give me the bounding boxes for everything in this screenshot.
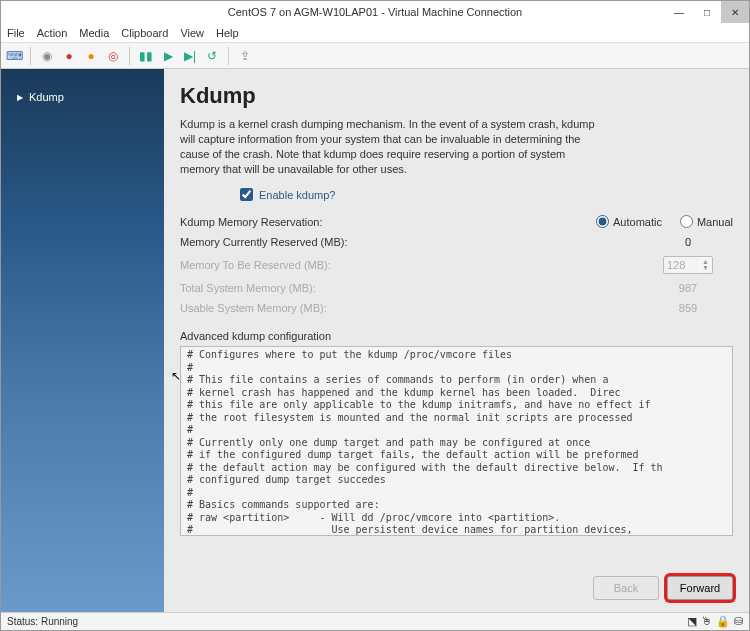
toolbar: ⌨ ◉ ● ● ◎ ▮▮ ▶ ▶| ↺ ⇪ bbox=[1, 43, 749, 69]
reset-icon[interactable]: ▶ bbox=[159, 47, 177, 65]
advanced-config-textarea[interactable]: # Configures where to put the kdump /pro… bbox=[180, 346, 733, 536]
share-icon[interactable]: ⇪ bbox=[236, 47, 254, 65]
lock-tray-icon[interactable]: 🔒 bbox=[716, 615, 730, 628]
sidebar-item-label: Kdump bbox=[29, 91, 64, 103]
mem-current-label: Memory Currently Reserved (MB): bbox=[180, 236, 643, 248]
mem-reservation-label: Kdump Memory Reservation: bbox=[180, 216, 596, 228]
pause-icon[interactable]: ▮▮ bbox=[137, 47, 155, 65]
mem-toreserve-label: Memory To Be Reserved (MB): bbox=[180, 259, 643, 271]
menu-file[interactable]: File bbox=[7, 27, 25, 39]
checkpoint-icon[interactable]: ▶| bbox=[181, 47, 199, 65]
sidebar-item-kdump[interactable]: ▶ Kdump bbox=[1, 87, 164, 107]
status-text: Status: Running bbox=[7, 616, 78, 627]
enable-kdump-label: Enable kdump? bbox=[259, 189, 335, 201]
enable-kdump-input[interactable] bbox=[240, 188, 253, 201]
mem-toreserve-spinner[interactable]: 128 ▲▼ bbox=[663, 256, 713, 274]
minimize-button[interactable]: — bbox=[665, 1, 693, 23]
statusbar: Status: Running ⬔ 🖰 🔒 ⛁ bbox=[1, 612, 749, 630]
page-title: Kdump bbox=[180, 83, 733, 109]
window-titlebar: CentOS 7 on AGM-W10LAP01 - Virtual Machi… bbox=[1, 1, 749, 23]
menu-action[interactable]: Action bbox=[37, 27, 68, 39]
page-description: Kdump is a kernel crash dumping mechanis… bbox=[180, 117, 600, 176]
forward-button[interactable]: Forward bbox=[667, 576, 733, 600]
revert-icon[interactable]: ↺ bbox=[203, 47, 221, 65]
menu-view[interactable]: View bbox=[180, 27, 204, 39]
mem-toreserve-value: 128 bbox=[667, 259, 685, 271]
total-mem-value: 987 bbox=[643, 282, 733, 294]
enable-kdump-checkbox[interactable]: Enable kdump? bbox=[240, 188, 733, 201]
menu-help[interactable]: Help bbox=[216, 27, 239, 39]
speaker-tray-icon[interactable]: 🖰 bbox=[701, 615, 712, 628]
power-shutdown-icon[interactable]: ● bbox=[82, 47, 100, 65]
usable-mem-value: 859 bbox=[643, 302, 733, 314]
window-title: CentOS 7 on AGM-W10LAP01 - Virtual Machi… bbox=[228, 6, 523, 18]
mem-current-value: 0 bbox=[643, 236, 733, 248]
radio-automatic[interactable]: Automatic bbox=[596, 215, 662, 228]
disk-tray-icon[interactable]: ⛁ bbox=[734, 615, 743, 628]
usable-mem-label: Usable System Memory (MB): bbox=[180, 302, 643, 314]
radio-manual[interactable]: Manual bbox=[680, 215, 733, 228]
menubar: File Action Media Clipboard View Help bbox=[1, 23, 749, 43]
maximize-button[interactable]: □ bbox=[693, 1, 721, 23]
total-mem-label: Total System Memory (MB): bbox=[180, 282, 643, 294]
menu-media[interactable]: Media bbox=[79, 27, 109, 39]
main-panel: Kdump Kdump is a kernel crash dumping me… bbox=[164, 69, 749, 612]
spinner-arrows-icon[interactable]: ▲▼ bbox=[702, 259, 709, 271]
power-start-icon[interactable]: ◉ bbox=[38, 47, 56, 65]
network-tray-icon[interactable]: ⬔ bbox=[687, 615, 697, 628]
advanced-config-label: Advanced kdump configuration bbox=[180, 330, 733, 342]
menu-clipboard[interactable]: Clipboard bbox=[121, 27, 168, 39]
close-button[interactable]: ✕ bbox=[721, 1, 749, 23]
power-turnoff-icon[interactable]: ● bbox=[60, 47, 78, 65]
chevron-right-icon: ▶ bbox=[17, 93, 23, 102]
ctrl-alt-del-icon[interactable]: ⌨ bbox=[5, 47, 23, 65]
back-button[interactable]: Back bbox=[593, 576, 659, 600]
sidebar: ▶ Kdump bbox=[1, 69, 164, 612]
power-save-icon[interactable]: ◎ bbox=[104, 47, 122, 65]
